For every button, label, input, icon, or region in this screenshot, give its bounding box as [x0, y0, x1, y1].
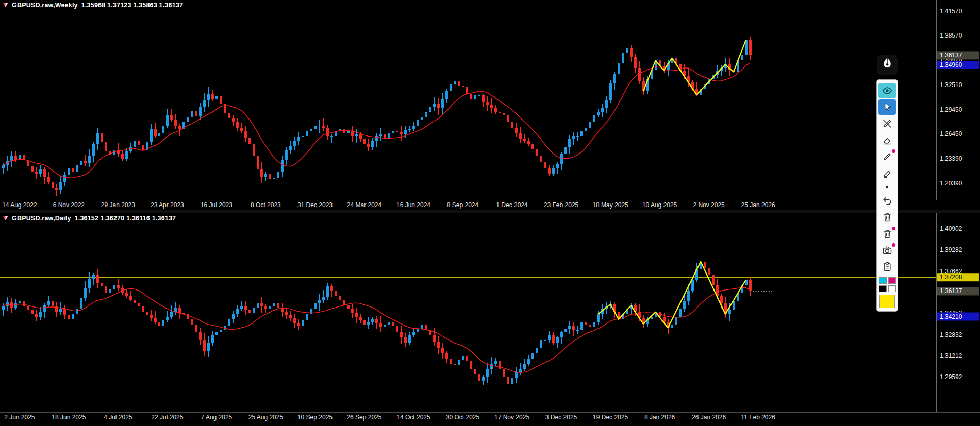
- date-label: 18 May 2025: [592, 201, 628, 209]
- date-label: 26 Sep 2025: [346, 414, 381, 421]
- weekly-date-scale[interactable]: 14 Aug 20226 Nov 202229 Jan 202323 Apr 2…: [0, 200, 980, 210]
- date-label: 4 Jul 2025: [104, 414, 132, 421]
- daily-chart-window: GBPUSD.raw,Daily 1.36152 1.36270 1.36116…: [0, 213, 980, 422]
- date-label: 31 Dec 2023: [297, 201, 333, 209]
- window-splitter[interactable]: [0, 210, 980, 213]
- dot-icon: [882, 182, 892, 192]
- date-label: 23 Apr 2023: [151, 201, 184, 209]
- date-label: 29 Jan 2023: [101, 201, 135, 209]
- cursor-button[interactable]: [878, 99, 896, 115]
- trading-platform-chart-area: GBPUSD.raw,Weekly 1.35968 1.37123 1.3586…: [0, 0, 980, 426]
- date-label: 11 Feb 2026: [741, 414, 775, 421]
- clipboard-button[interactable]: [878, 259, 896, 275]
- color-swatch-grid: [877, 277, 898, 292]
- date-label: 23 Feb 2025: [544, 201, 578, 209]
- clipboard-icon: [882, 262, 892, 272]
- date-label: 2 Nov 2025: [693, 201, 724, 209]
- date-label: 7 Aug 2025: [201, 414, 232, 421]
- color-swatch[interactable]: [879, 277, 887, 284]
- eye-icon: [882, 86, 892, 96]
- date-label: 25 Jan 2026: [741, 201, 775, 209]
- undo-button[interactable]: [878, 193, 896, 209]
- daily-price-scale[interactable]: [936, 213, 980, 412]
- cursor-icon: [882, 102, 892, 112]
- bottom-padding: [0, 422, 980, 426]
- daily-chart-canvas[interactable]: 1.409021.392821.376621.360571.344521.328…: [0, 213, 980, 412]
- pencil-button[interactable]: [878, 149, 896, 164]
- date-label: 14 Oct 2025: [396, 414, 430, 421]
- clear-button[interactable]: [878, 210, 896, 225]
- marker-icon: [882, 168, 892, 178]
- date-label: 2 Jun 2025: [4, 414, 35, 421]
- accent-dot: [892, 149, 895, 153]
- date-label: 8 Oct 2023: [251, 201, 281, 209]
- trash-icon: [882, 229, 892, 239]
- date-label: 25 Aug 2025: [248, 414, 283, 421]
- undo-icon: [882, 196, 892, 206]
- date-label: 8 Sep 2024: [447, 201, 478, 209]
- weekly-chart-window: GBPUSD.raw,Weekly 1.35968 1.37123 1.3586…: [0, 0, 980, 210]
- pencil-icon: [882, 151, 892, 162]
- pen-disabled-icon: [882, 118, 892, 129]
- camera-icon: [882, 245, 892, 255]
- date-label: 10 Sep 2025: [297, 414, 333, 421]
- date-label: 17 Nov 2025: [494, 414, 529, 421]
- eraser-icon: [882, 135, 892, 145]
- date-label: 24 Mar 2024: [347, 201, 381, 209]
- date-label: 6 Nov 2022: [53, 201, 85, 209]
- date-label: 26 Jan 2026: [692, 414, 726, 421]
- color-swatch[interactable]: [888, 277, 896, 284]
- date-label: 18 Jun 2025: [52, 414, 86, 421]
- clear-all-button[interactable]: [878, 226, 896, 242]
- date-label: 1 Dec 2024: [496, 201, 527, 209]
- color-swatch[interactable]: [879, 285, 887, 292]
- trash-icon: [882, 212, 892, 223]
- date-label: 3 Dec 2025: [545, 414, 577, 421]
- date-label: 10 Aug 2025: [642, 201, 677, 209]
- color-swatch[interactable]: [888, 285, 896, 292]
- annotation-toolbar: [876, 55, 898, 312]
- accent-dot: [892, 227, 895, 230]
- date-label: 16 Jul 2023: [201, 201, 232, 209]
- active-color-swatch[interactable]: [879, 295, 895, 308]
- date-label: 16 Jun 2024: [396, 201, 430, 209]
- eye-button[interactable]: [878, 83, 896, 98]
- weekly-price-scale[interactable]: [936, 0, 980, 200]
- daily-date-scale[interactable]: 2 Jun 202518 Jun 20254 Jul 202522 Jul 20…: [0, 412, 980, 422]
- date-label: 19 Dec 2025: [593, 414, 628, 421]
- pen-app-logo[interactable]: [877, 55, 898, 75]
- accent-dot: [892, 243, 895, 247]
- size-dot-button[interactable]: [878, 182, 896, 192]
- pen-disabled-button[interactable]: [878, 116, 896, 131]
- marker-button[interactable]: [878, 165, 896, 181]
- date-label: 8 Jan 2026: [644, 414, 675, 421]
- weekly-chart-canvas[interactable]: 1.415701.385701.355701.325101.294501.264…: [0, 0, 980, 200]
- eraser-button[interactable]: [878, 132, 896, 148]
- date-label: 14 Aug 2022: [2, 201, 37, 209]
- date-label: 30 Oct 2025: [446, 414, 479, 421]
- screenshot-button[interactable]: [878, 243, 896, 258]
- date-label: 22 Jul 2025: [151, 414, 183, 421]
- annotation-toolbar-panel: [876, 79, 898, 312]
